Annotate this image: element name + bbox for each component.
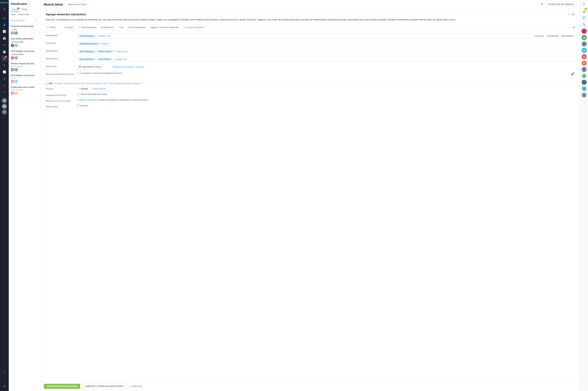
- copilot-button[interactable]: ✦ CoPilot: [46, 26, 57, 29]
- cita-button[interactable]: “ Cita: [117, 26, 124, 29]
- high-priority-checkbox[interactable]: [568, 13, 570, 16]
- target-icon[interactable]: ◎: [1, 62, 7, 68]
- chart-icon[interactable]: 📈: [1, 69, 7, 75]
- right-avatar-3[interactable]: 👤: [582, 41, 587, 46]
- creado-por-row: Creado por Samantha Simpson × Cambiar: [46, 41, 575, 46]
- drive-icon[interactable]: 💾: [1, 49, 7, 55]
- view-fecha[interactable]: Fecha límite: [17, 13, 30, 16]
- planner-star-icon[interactable]: ★: [28, 3, 30, 5]
- flame-icon: 🔥: [572, 13, 575, 16]
- crear-doc-button[interactable]: 📄 Crear documento: [77, 26, 98, 29]
- responsable-input-box[interactable]: Juan Manguera × + Agregar más: [77, 33, 530, 39]
- mencionar-button[interactable]: @ Mencionar: [100, 26, 114, 29]
- tasks-badge: 9: [5, 56, 7, 58]
- cancel-button[interactable]: CANCELAR: [129, 384, 144, 389]
- tab-participantes[interactable]: Participantes: [546, 34, 559, 37]
- task-card-4[interactable]: Reunion traspaso de activ... Dic 27, 8:0…: [9, 61, 40, 73]
- opciones-link[interactable]: Opciones: [136, 66, 145, 68]
- tab-observadores[interactable]: Observadores: [561, 34, 575, 37]
- agregar-lista-button[interactable]: Agregar a la lista de verificación: [149, 26, 180, 29]
- resumen-checkbox[interactable]: [77, 72, 79, 74]
- lista-verif-button[interactable]: Lista de verificación: [127, 26, 147, 29]
- crear-proyecto-link[interactable]: Crear proyecto: [92, 88, 105, 90]
- section-header: Agregar elementos interactivos 🔥: [46, 13, 575, 16]
- participante-1-remove[interactable]: ×: [94, 50, 95, 52]
- notification-icon[interactable]: 🔔 11: [581, 8, 587, 14]
- right-avatar-al[interactable]: AL: [582, 61, 587, 66]
- home-icon[interactable]: ⊞: [1, 15, 7, 21]
- participantes-add-btn[interactable]: + Agregar más: [115, 50, 128, 53]
- add-and-new-button[interactable]: AGREGAR Y CREAR UNA NUEVA TAREA: [82, 384, 127, 389]
- right-avatar-7[interactable]: 👤: [582, 86, 587, 91]
- responsable-add-btn[interactable]: + Agregar más: [97, 35, 110, 37]
- tools-icon[interactable]: ⚒: [1, 76, 7, 82]
- right-avatar-ap[interactable]: AP: [582, 48, 587, 53]
- tasks-icon[interactable]: ☑ 9: [1, 56, 7, 62]
- task-card-6[interactable]: Prueba para nuevo usuari... Jul 24, 10:1…: [9, 85, 40, 97]
- participante-2-remove[interactable]: ×: [112, 50, 113, 52]
- observador-1-remove[interactable]: ×: [94, 58, 95, 60]
- quote-icon: “: [118, 26, 119, 29]
- question-icon[interactable]: ?: [1, 370, 7, 376]
- add-task-icon[interactable]: +: [33, 18, 39, 23]
- proyecto-add-btn[interactable]: + Agregar: [77, 87, 90, 91]
- participantes-input-box[interactable]: Ivan Rodriguez × Andrés Moreno × + Agreg…: [77, 49, 575, 54]
- settings-icon[interactable]: ⚙: [1, 383, 7, 389]
- puzzle-icon[interactable]: ⬡: [1, 83, 7, 89]
- tab-tareas[interactable]: Tareas 9: [10, 7, 19, 12]
- seguimiento-checkbox[interactable]: [77, 93, 79, 95]
- archivo-button[interactable]: 📎 Archivo: [62, 26, 74, 29]
- task-card-2[interactable]: Lista clientes potenciales... Sin fecha …: [9, 36, 40, 49]
- code-icon[interactable]: </>: [1, 89, 7, 95]
- right-avatar-1[interactable]: 👤: [582, 29, 587, 34]
- creado-por-label: Creado por: [46, 41, 74, 44]
- gear-button[interactable]: ⚙: [539, 2, 545, 7]
- fecha-limite-remove[interactable]: ×: [102, 66, 103, 68]
- planificacion-link[interactable]: Planificación del tiempo: [113, 66, 134, 68]
- mas-header[interactable]: ▲ Más ( Proyecto, Seguimiento de tiempo,…: [46, 82, 575, 85]
- observadores-input-box[interactable]: Elena Sanchez × Laura Freitas × + Agrega…: [77, 57, 575, 62]
- repetir-checkbox[interactable]: [77, 104, 79, 107]
- task-card-5[interactable]: Para trabajar con el proye... Oct 26 IR …: [9, 73, 40, 85]
- templates-button[interactable]: PLANTILLAS DE TAREAS ▾: [546, 2, 577, 7]
- fecha-limite-input[interactable]: 📅 26/07/2024 07:00 pm ×: [77, 64, 111, 70]
- add-task-button[interactable]: AGREGAR TAREAS(⌘+ENTER): [44, 384, 80, 389]
- creado-por-change-btn[interactable]: Cambiar: [101, 43, 108, 45]
- mic-icon[interactable]: 🎤: [571, 72, 575, 76]
- tab-proyectos[interactable]: Proyec...: [19, 7, 31, 12]
- flow-selector[interactable]: Seleccionar un flujo ▾: [65, 2, 89, 6]
- calendar-icon[interactable]: 📅: [1, 35, 7, 41]
- users-icon[interactable]: ↑: [1, 377, 7, 383]
- lista-verif2-button[interactable]: ☑ Lista de verificación: [182, 26, 205, 29]
- search-right-icon[interactable]: 🔍: [581, 21, 587, 28]
- contacts-icon[interactable]: 👤: [1, 22, 7, 28]
- mail-icon[interactable]: ✉: [1, 42, 7, 48]
- observadores-add-btn[interactable]: + Agregar más: [113, 58, 126, 60]
- menu-icon[interactable]: ☰: [1, 6, 7, 12]
- crm-icon[interactable]: 📊: [1, 29, 7, 35]
- right-avatar-8[interactable]: 👤: [582, 93, 587, 98]
- observador-2-remove[interactable]: ×: [110, 58, 111, 60]
- creado-por-remove[interactable]: ×: [98, 43, 99, 45]
- gp-avatar[interactable]: GP: [2, 98, 7, 103]
- settings-right-icon[interactable]: ⚙: [581, 1, 587, 7]
- agregar-recordatorio-link[interactable]: + Agregar recordatorio: [77, 99, 97, 101]
- font-size-icon[interactable]: A: [573, 26, 575, 29]
- chat-icon[interactable]: 💬: [581, 15, 587, 21]
- creado-por-input-box[interactable]: Samantha Simpson × Cambiar: [77, 41, 575, 46]
- notification-badge: 11: [585, 8, 587, 10]
- responsable-remove[interactable]: ×: [94, 35, 95, 37]
- mas-label: Más: [49, 82, 53, 85]
- view-lista[interactable]: Lista: [10, 13, 16, 16]
- ts-avatar[interactable]: TS: [2, 109, 7, 114]
- right-avatar-ds[interactable]: DS: [582, 54, 587, 59]
- task-card-1[interactable]: Producto avanzado parte... -1 año JM SS: [9, 24, 40, 36]
- right-avatar-2[interactable]: ▣: [582, 35, 587, 40]
- right-avatar-6[interactable]: 👤: [582, 80, 587, 85]
- sm-avatar[interactable]: SM: [2, 104, 7, 109]
- task-title-5: Para trabajar con el proye...: [11, 74, 38, 77]
- right-avatar-4[interactable]: 👤: [582, 67, 587, 72]
- task-card-3[interactable]: Para trabajar con el proye... Sin fecha …: [9, 49, 40, 61]
- tab-creado-por[interactable]: Creado por: [533, 34, 545, 37]
- right-avatar-5[interactable]: 👤: [582, 73, 587, 78]
